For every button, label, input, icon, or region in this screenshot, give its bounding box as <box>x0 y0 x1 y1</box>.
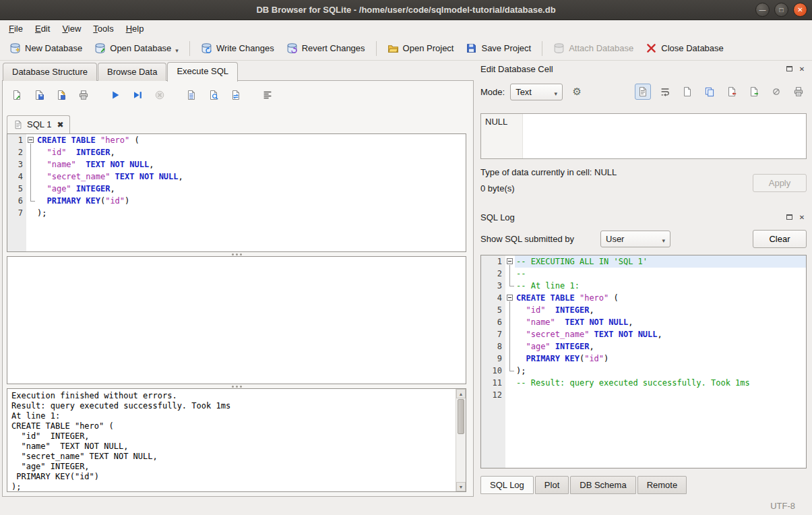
line-number: 5 <box>7 183 26 195</box>
line-number: 1 <box>7 134 26 146</box>
open-project-button[interactable]: Open Project <box>382 38 460 58</box>
print-icon <box>78 90 89 100</box>
text-view-button[interactable] <box>635 84 651 100</box>
maximize-button[interactable]: □ <box>774 3 788 17</box>
vertical-scrollbar[interactable]: ▲ ▼ <box>456 389 466 491</box>
sql-editor[interactable]: 1CREATE TABLE "hero" (2 "id" INTEGER,3 "… <box>7 133 466 252</box>
menu-edit[interactable]: Edit <box>29 22 56 36</box>
export-data-button[interactable] <box>746 84 762 100</box>
dock-tab-bar: SQL LogPlotDB SchemaRemote <box>480 476 688 494</box>
cell-info-row: Type of data currently in cell: NULL 0 b… <box>480 167 807 200</box>
revert-changes-button-label: Revert Changes <box>302 43 365 53</box>
sql-log-view[interactable]: 1-- EXECUTING ALL IN 'SQL 1'2--3-- At li… <box>480 255 807 468</box>
code-segment: ) <box>604 354 608 363</box>
dock-float-icon[interactable] <box>784 212 794 222</box>
save-sql-icon <box>34 90 44 100</box>
fold-space <box>26 207 36 219</box>
open-database-button[interactable]: Open Database▾ <box>89 38 184 58</box>
open-project-icon <box>387 42 399 54</box>
revert-changes-button[interactable]: Revert Changes <box>281 38 371 58</box>
code-segment: , <box>149 160 154 169</box>
write-changes-button[interactable]: Write Changes <box>195 38 280 58</box>
fold-collapse-icon[interactable] <box>507 295 513 301</box>
mode-select[interactable]: Text ▾ <box>510 84 563 100</box>
close-button[interactable]: ✕ <box>793 3 807 17</box>
menu-file[interactable]: File <box>3 22 29 36</box>
execute-all-icon <box>110 90 121 100</box>
tab-database-structure[interactable]: Database Structure <box>3 63 97 81</box>
copy-data-button[interactable] <box>701 84 718 100</box>
line-number: 6 <box>481 316 505 328</box>
titlebar[interactable]: DB Browser for SQLite - /home/user/code/… <box>0 0 812 20</box>
scroll-thumb[interactable] <box>458 399 464 434</box>
menu-view[interactable]: View <box>56 22 87 36</box>
tab-browse-data[interactable]: Browse Data <box>98 63 166 81</box>
import-icon <box>726 86 737 97</box>
open-in-editor-button[interactable] <box>679 84 695 100</box>
save-sql-file-as-button[interactable] <box>53 86 70 104</box>
open-sql-file-button[interactable] <box>8 86 26 104</box>
cell-value-editor[interactable]: NULL <box>480 113 807 159</box>
code-segment: CREATE TABLE <box>37 135 96 145</box>
edit-cell-title: Edit Database Cell <box>480 64 553 74</box>
code-text: "age" INTEGER, <box>36 183 466 195</box>
set-null-button[interactable] <box>768 84 784 100</box>
code-segment <box>516 305 526 315</box>
code-segment: "age" <box>46 184 71 193</box>
log-filter-select[interactable]: User ▾ <box>600 231 670 247</box>
new-database-button[interactable]: New Database <box>4 38 88 58</box>
auto-format-button[interactable] <box>259 86 276 104</box>
dock-float-icon[interactable] <box>784 64 794 73</box>
dock-close-icon[interactable]: ✕ <box>797 64 807 73</box>
save-sql-file-button[interactable] <box>30 86 48 104</box>
execute-current-line-button[interactable] <box>129 86 146 104</box>
execution-output[interactable]: Execution finished without errors. Resul… <box>7 388 466 492</box>
code-line: 2 "id" INTEGER, <box>7 146 466 158</box>
results-grid[interactable] <box>7 256 466 384</box>
execute-all-button[interactable] <box>106 86 124 104</box>
clear-log-button[interactable]: Clear <box>753 230 807 248</box>
find-replace-button[interactable] <box>227 86 245 104</box>
maximize-icon: □ <box>779 6 783 13</box>
fold-indicator <box>505 353 515 365</box>
dock-tab-db-schema[interactable]: DB Schema <box>570 476 635 494</box>
minimize-icon: — <box>759 6 766 13</box>
code-segment <box>589 330 594 339</box>
save-results-view-button[interactable] <box>205 86 222 104</box>
word-wrap-button[interactable] <box>657 84 673 100</box>
tab-execute-sql[interactable]: Execute SQL <box>167 62 238 82</box>
menu-help[interactable]: Help <box>120 22 150 36</box>
dock-tab-plot[interactable]: Plot <box>535 476 569 494</box>
export-results-button[interactable] <box>183 86 200 104</box>
fold-collapse-icon[interactable] <box>28 137 34 143</box>
code-line: 4CREATE TABLE "hero" ( <box>481 292 806 304</box>
output-text: Execution finished without errors. Resul… <box>7 389 466 492</box>
minimize-button[interactable]: — <box>755 3 770 17</box>
dock-tab-remote[interactable]: Remote <box>637 476 687 494</box>
close-database-button[interactable]: Close Database <box>640 38 729 58</box>
code-segment: TEXT NOT NULL <box>594 330 658 339</box>
tab-sql1[interactable]: SQL 1 ✖ <box>7 115 70 133</box>
code-line: 7 "secret_name" TEXT NOT NULL, <box>481 328 806 340</box>
menu-tools[interactable]: Tools <box>87 22 119 36</box>
dock-close-icon[interactable]: ✕ <box>797 212 807 222</box>
print-cell-button[interactable] <box>790 84 807 100</box>
import-data-button[interactable] <box>724 84 740 100</box>
code-segment: PRIMARY KEY <box>526 354 579 363</box>
code-segment: PRIMARY KEY <box>46 196 100 206</box>
save-project-button-label: Save Project <box>481 43 531 53</box>
sql-log-title: SQL Log <box>480 212 515 222</box>
code-segment: -- <box>516 269 526 278</box>
dock-tab-sql-log[interactable]: SQL Log <box>480 476 534 494</box>
auto-mode-button[interactable]: ⚙ <box>568 83 586 100</box>
code-text: CREATE TABLE "hero" ( <box>515 292 806 304</box>
print-sql-button[interactable] <box>75 86 92 104</box>
scroll-up-icon[interactable]: ▲ <box>456 389 466 398</box>
fold-collapse-icon[interactable] <box>507 258 513 264</box>
copy-icon <box>704 86 715 97</box>
save-project-button[interactable]: Save Project <box>460 38 536 58</box>
chevron-down-icon[interactable]: ▾ <box>175 47 179 54</box>
scroll-down-icon[interactable]: ▼ <box>456 482 466 491</box>
code-text: -- <box>515 268 806 280</box>
close-tab-icon[interactable]: ✖ <box>57 120 63 129</box>
